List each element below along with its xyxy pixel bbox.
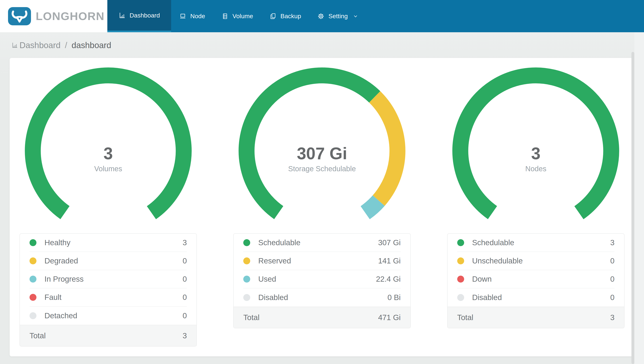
nav-label: Volume — [232, 12, 253, 20]
main-content: 3 Volumes Healthy 3 Degraded 0 In Progre… — [10, 58, 634, 356]
total-value: 3 — [610, 313, 614, 322]
laptop-icon — [179, 13, 186, 20]
storage-gauge: 307 Gi Storage Schedulable — [238, 67, 406, 232]
reserved-dot — [243, 258, 250, 264]
volumes-column: 3 Volumes Healthy 3 Degraded 0 In Progre… — [20, 67, 197, 346]
storage-schedulable-value: 307 Gi — [238, 145, 406, 162]
storage-legend-table: Schedulable 307 Gi Reserved 141 Gi Used … — [233, 234, 410, 328]
legend-value: 0 — [610, 293, 614, 302]
legend-row-healthy: Healthy 3 — [30, 234, 187, 252]
legend-value: 3 — [610, 238, 614, 247]
down-dot — [457, 276, 464, 282]
nodes-gauge-label: Nodes — [452, 165, 620, 172]
legend-label: In Progress — [44, 275, 84, 284]
healthy-dot — [30, 239, 36, 246]
volumes-gauge: 3 Volumes — [24, 67, 192, 232]
legend-value: 0 — [182, 311, 187, 320]
breadcrumb-separator: / — [64, 40, 69, 50]
nodes-column: 3 Nodes Schedulable 3 Unschedulable 0 Do… — [447, 67, 624, 346]
nav-item-volume[interactable]: Volume — [214, 0, 261, 32]
volumes-total-row: Total 3 — [20, 325, 196, 346]
breadcrumb: Dashboard / dashboard — [0, 32, 644, 58]
copy-icon — [270, 13, 276, 20]
legend-value: 0 — [182, 293, 187, 302]
legend-label: Degraded — [44, 256, 78, 265]
fault-dot — [30, 294, 36, 301]
legend-label: Reserved — [258, 256, 291, 265]
nav-label: Backup — [280, 12, 301, 20]
legend-row-reserved: Reserved 141 Gi — [243, 252, 400, 270]
total-label: Total — [457, 313, 474, 322]
main-nav: Dashboard Node Volume Backup — [107, 0, 366, 32]
breadcrumb-dashboard-link[interactable]: Dashboard — [12, 40, 60, 50]
legend-value: 0 — [610, 275, 614, 284]
legend-label: Fault — [44, 293, 62, 302]
legend-value: 3 — [182, 238, 187, 247]
gear-icon — [318, 13, 324, 20]
breadcrumb-section: Dashboard — [20, 40, 60, 50]
legend-value: 307 Gi — [378, 238, 401, 247]
schedulable-dot — [243, 239, 250, 246]
total-label: Total — [30, 332, 46, 340]
schedulable-dot — [457, 239, 464, 246]
legend-label: Down — [472, 275, 492, 284]
volumes-gauge-label: Volumes — [24, 165, 192, 172]
nodes-total-row: Total 3 — [448, 306, 624, 328]
nav-item-setting[interactable]: Setting — [309, 0, 366, 32]
chevron-down-icon — [353, 14, 358, 19]
disabled-dot — [457, 294, 464, 301]
nodes-legend-table: Schedulable 3 Unschedulable 0 Down 0 Dis… — [447, 234, 624, 328]
legend-row-schedulable: Schedulable 3 — [457, 234, 614, 252]
legend-value: 22.4 Gi — [376, 275, 400, 284]
legend-row-in-progress: In Progress 0 — [30, 270, 187, 288]
scrollbar-thumb[interactable] — [632, 52, 634, 364]
longhorn-logo[interactable]: LONGHORN — [0, 0, 107, 32]
nodes-count: 3 — [452, 145, 620, 162]
storage-gauge-label: Storage Schedulable — [238, 165, 406, 172]
legend-value: 141 Gi — [378, 256, 401, 265]
longhorn-bull-icon — [8, 7, 31, 25]
storage-total-row: Total 471 Gi — [234, 306, 410, 328]
used-dot — [243, 276, 250, 282]
legend-label: Used — [258, 275, 276, 284]
legend-row-unschedulable: Unschedulable 0 — [457, 252, 614, 270]
legend-label: Healthy — [44, 238, 70, 247]
total-value: 471 Gi — [378, 313, 401, 322]
breadcrumb-current-page: dashboard — [72, 40, 111, 50]
volumes-count: 3 — [24, 145, 192, 162]
disabled-dot — [243, 294, 250, 301]
bar-chart-icon — [119, 12, 126, 19]
nav-label: Dashboard — [130, 12, 160, 19]
unschedulable-dot — [457, 258, 464, 264]
detached-dot — [30, 312, 36, 319]
legend-row-schedulable: Schedulable 307 Gi — [243, 234, 400, 252]
legend-value: 0 — [182, 256, 187, 265]
nav-item-node[interactable]: Node — [171, 0, 213, 32]
legend-label: Schedulable — [258, 238, 300, 247]
legend-value: 0 Bi — [388, 293, 400, 302]
top-navbar: LONGHORN Dashboard Node Vol — [0, 0, 644, 32]
legend-row-disabled: Disabled 0 Bi — [243, 288, 400, 306]
database-icon — [222, 13, 228, 20]
nav-item-backup[interactable]: Backup — [261, 0, 309, 32]
total-label: Total — [243, 313, 260, 322]
degraded-dot — [30, 258, 36, 264]
nodes-gauge: 3 Nodes — [452, 67, 620, 232]
legend-label: Disabled — [258, 293, 288, 302]
legend-row-down: Down 0 — [457, 270, 614, 288]
brand-name: LONGHORN — [36, 10, 104, 22]
legend-label: Detached — [44, 311, 77, 320]
legend-value: 0 — [610, 256, 614, 265]
legend-row-fault: Fault 0 — [30, 288, 187, 306]
nav-label: Node — [190, 12, 205, 20]
legend-label: Schedulable — [472, 238, 514, 247]
legend-label: Disabled — [472, 293, 502, 302]
scrollbar-track — [634, 32, 644, 364]
legend-row-detached: Detached 0 — [30, 306, 187, 325]
bar-chart-icon — [12, 42, 18, 48]
storage-column: 307 Gi Storage Schedulable Schedulable 3… — [233, 67, 410, 346]
nav-item-dashboard[interactable]: Dashboard — [107, 0, 171, 32]
legend-row-disabled: Disabled 0 — [457, 288, 614, 306]
legend-label: Unschedulable — [472, 256, 523, 265]
legend-value: 0 — [182, 275, 187, 284]
